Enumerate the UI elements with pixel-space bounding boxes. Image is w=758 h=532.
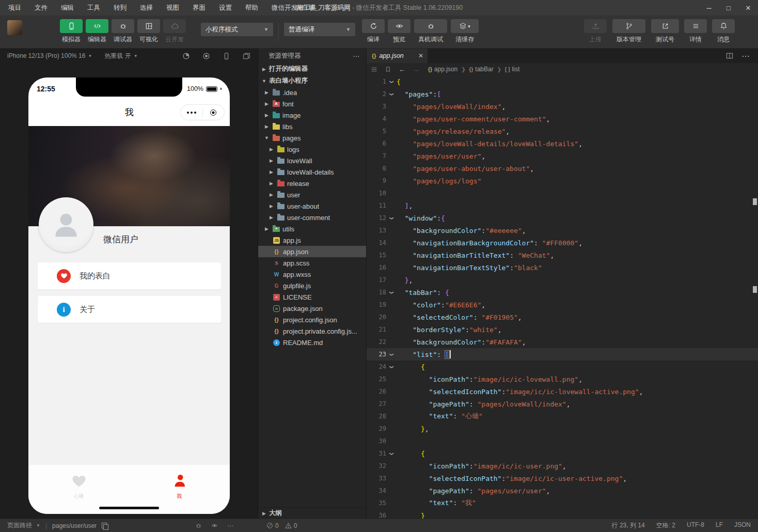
menu-card-my-confession[interactable]: 我的表白 [38, 262, 221, 289]
more-actions-icon[interactable]: ⋯ [227, 522, 233, 529]
back-arrow-icon[interactable]: ← [399, 66, 405, 73]
close-icon[interactable]: ✕ [418, 52, 423, 59]
tree-item-gulpfile.js[interactable]: Ggulpfile.js [258, 280, 366, 291]
tree-item-app.scss[interactable]: Sapp.scss [258, 257, 366, 269]
tree-item-package.json[interactable]: npackage.json [258, 303, 366, 314]
toolbar-button-调试器[interactable]: 调试器 [110, 19, 136, 44]
hot-reload-toggle[interactable]: 热重载 开 ▼ [104, 52, 137, 60]
phone-tab-我[interactable]: 我 [129, 473, 230, 500]
toolbar-button-清缓存[interactable]: ▾清缓存 [449, 19, 480, 44]
menu-item-7[interactable]: 界面 [193, 4, 206, 12]
page-path-selector[interactable]: 页面路径 ▼ | pages/user/user [7, 521, 107, 530]
avatar[interactable] [39, 197, 93, 252]
breadcrumb-item-tabBar[interactable]: {}tabBar [469, 66, 494, 73]
menu-card-about[interactable]: i关于 [38, 296, 221, 323]
status-indentation[interactable]: 空格: 2 [656, 521, 675, 530]
fold-chevron-icon[interactable]: ❯ [386, 364, 397, 370]
overview-ruler[interactable] [752, 49, 758, 519]
status-encoding[interactable]: UTF-8 [687, 521, 704, 530]
menu-item-8[interactable]: 设置 [219, 4, 232, 12]
problems-indicator[interactable]: 0 0 [266, 522, 297, 529]
tree-item-release[interactable]: ▶release [258, 178, 366, 189]
phone-tab-心墙[interactable]: 心墙 [28, 473, 129, 500]
compile-select-dropdown[interactable]: 普通编译 ▼ [284, 23, 355, 36]
open-editors-section[interactable]: ▶ 打开的编辑器 [258, 63, 366, 75]
user-avatar[interactable] [7, 20, 22, 35]
breadcrumb-item-app.json[interactable]: {}app.json [428, 66, 457, 73]
status-eol[interactable]: LF [716, 521, 723, 530]
toolbar-button-云开发[interactable]: 云开发 [162, 19, 187, 44]
menu-item-2[interactable]: 编辑 [61, 4, 74, 12]
fold-chevron-icon[interactable]: ❯ [386, 289, 397, 296]
tree-item-LICENSE[interactable]: ≡LICENSE [258, 291, 366, 303]
phone-sm-icon[interactable] [223, 52, 230, 60]
fold-chevron-icon[interactable]: ❯ [386, 351, 397, 358]
tree-item-.idea[interactable]: ▶.idea [258, 87, 366, 98]
toolbar-button-预览[interactable]: 预览 [386, 19, 412, 44]
outline-section[interactable]: ▶ 大纲 [258, 507, 366, 519]
forward-arrow-icon[interactable]: → [413, 66, 419, 73]
code-editor[interactable]: 1❯{2❯"pages":[3"pages/loveWall/index",4"… [367, 75, 758, 519]
menu-item-0[interactable]: 项目 [8, 4, 21, 12]
record-icon[interactable] [202, 52, 210, 60]
more-options-button[interactable] [181, 112, 202, 114]
tree-item-app.js[interactable]: JSapp.js [258, 234, 366, 246]
menu-item-3[interactable]: 工具 [87, 4, 100, 12]
menu-item-9[interactable]: 帮助 [245, 4, 258, 12]
close-minimize-button[interactable] [203, 109, 225, 116]
toolbar-button-编译[interactable]: 编译 [360, 19, 386, 44]
toolbar-button-详情[interactable]: 详情 [683, 19, 708, 44]
pie-icon[interactable] [182, 52, 190, 60]
windows-icon[interactable] [243, 52, 250, 60]
close-button[interactable]: ✕ [738, 0, 758, 15]
toolbar-button-消息[interactable]: 消息 [710, 19, 736, 44]
tree-item-logs[interactable]: ▶logs [258, 144, 366, 155]
tree-item-image[interactable]: ▶image [258, 109, 366, 121]
bookmark-icon[interactable] [385, 66, 391, 73]
device-selector[interactable]: iPhone 12/13 (Pro) 100% 16 ▼ [7, 52, 92, 59]
menu-item-6[interactable]: 视图 [166, 4, 179, 12]
copy-icon[interactable] [102, 523, 107, 529]
mode-select-dropdown[interactable]: 小程序模式 ▼ [201, 23, 273, 36]
fold-chevron-icon[interactable]: ❯ [386, 91, 397, 98]
fold-chevron-icon[interactable]: ❯ [386, 450, 397, 457]
toolbar-button-上传[interactable]: 上传 [582, 19, 608, 44]
tree-item-libs[interactable]: ▶libs [258, 121, 366, 132]
breadcrumb-item-list[interactable]: [ ]list [505, 66, 519, 73]
tree-item-font[interactable]: ▶Afont [258, 98, 366, 109]
toolbar-button-编辑器[interactable]: 编辑器 [84, 19, 110, 44]
menu-item-4[interactable]: 转到 [114, 4, 127, 12]
tree-item-project.private.config.js...[interactable]: {}project.private.config.js... [258, 325, 366, 337]
tree-item-loveWall[interactable]: ▶loveWall [258, 155, 366, 166]
tree-item-pages[interactable]: ▼pages [258, 132, 366, 144]
debug-icon[interactable] [195, 522, 202, 529]
tree-item-user-comment[interactable]: ▶user-comment [258, 212, 366, 223]
minimize-button[interactable]: ─ [699, 0, 719, 15]
menu-item-1[interactable]: 文件 [35, 4, 48, 12]
tab-app-json[interactable]: {} app.json ✕ [367, 49, 428, 63]
tree-item-utils[interactable]: ▶+utils [258, 223, 366, 234]
split-editor-icon[interactable] [726, 52, 733, 59]
menu-item-5[interactable]: 选择 [140, 4, 153, 12]
menu-item-10[interactable]: 微信开发者工具 [272, 4, 317, 12]
tree-item-app.json[interactable]: {}app.json [258, 246, 366, 257]
project-root-section[interactable]: ▼ 表白墙小程序 [258, 75, 366, 87]
maximize-button[interactable]: □ [719, 0, 738, 15]
home-indicator[interactable] [99, 507, 159, 509]
status-language-mode[interactable]: JSON [734, 521, 751, 530]
tree-item-loveWall-details[interactable]: ▶loveWall-details [258, 166, 366, 178]
tree-item-README.md[interactable]: iREADME.md [258, 337, 366, 348]
toolbar-button-真机调试[interactable]: 真机调试 [412, 19, 449, 44]
toolbar-button-模拟器[interactable]: 模拟器 [58, 19, 84, 44]
toolbar-button-版本管理[interactable]: 版本管理 [610, 19, 648, 44]
status-cursor-position[interactable]: 行 23, 列 14 [612, 521, 645, 530]
tree-item-project.config.json[interactable]: {}project.config.json [258, 314, 366, 325]
more-actions-icon[interactable]: ⋯ [353, 52, 360, 60]
fold-chevron-icon[interactable]: ❯ [386, 79, 397, 85]
tree-item-app.wxss[interactable]: Wapp.wxss [258, 269, 366, 280]
tree-item-user[interactable]: ▶user [258, 189, 366, 200]
outline-list-icon[interactable] [371, 66, 377, 73]
more-actions-icon[interactable]: ⋯ [741, 51, 750, 61]
tree-item-user-about[interactable]: ▶user-about [258, 200, 366, 212]
toolbar-button-可视化[interactable]: 可视化 [136, 19, 162, 44]
